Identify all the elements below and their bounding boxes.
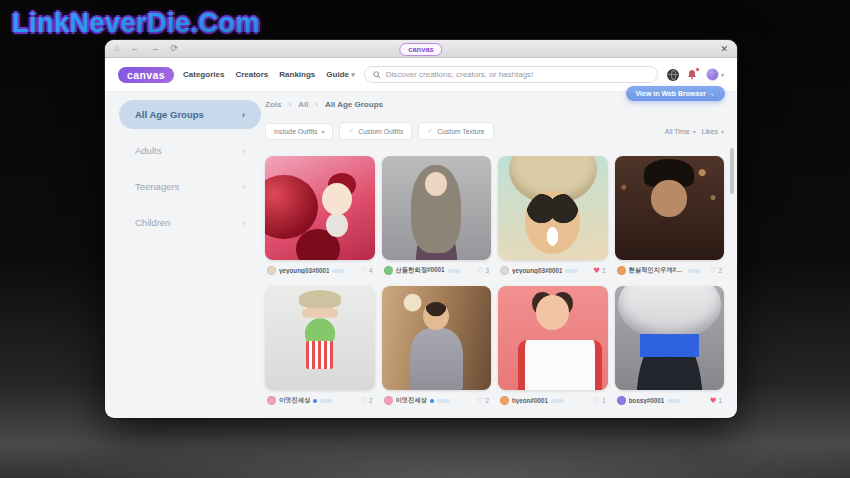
creator-avatar[interactable] — [384, 396, 393, 405]
breadcrumb: Zois › All › All Age Groups — [265, 100, 724, 109]
include-outfits-filter[interactable]: Include Outfits ▾ — [265, 123, 333, 140]
globe-icon[interactable] — [667, 69, 679, 81]
sort-dropdown[interactable]: Likes ▾ — [702, 128, 724, 135]
main-nav: Categories Creators Rankings Guide ▾ — [183, 70, 355, 79]
card-footer: yeyoung03#0001 ♥ 2 — [498, 263, 608, 278]
creation-thumbnail[interactable] — [265, 286, 375, 390]
time-range-dropdown[interactable]: All Time ▾ — [665, 128, 696, 135]
creator-username[interactable]: 산들한회정#0001 — [396, 266, 445, 275]
scrollbar-thumb[interactable] — [730, 148, 734, 194]
creator-username[interactable]: 이멋진세상 — [396, 396, 427, 405]
sidebar-item-teenagers[interactable]: Teenagers › — [119, 172, 261, 201]
nav-creators[interactable]: Creators — [235, 70, 268, 79]
creation-thumbnail[interactable] — [615, 286, 725, 390]
creator-username[interactable]: 이멋진세상 — [279, 396, 310, 405]
breadcrumb-current: All Age Groups — [325, 100, 383, 109]
creator-tag-badge — [565, 269, 578, 273]
creator-avatar[interactable] — [384, 266, 393, 275]
check-icon: ✓ — [427, 127, 433, 135]
card-footer: hyeon#0001 ♡ 1 — [498, 393, 608, 408]
like-button[interactable]: ♡ 2 — [477, 397, 489, 405]
creation-thumbnail[interactable] — [382, 156, 492, 260]
creation-thumbnail[interactable] — [498, 286, 608, 390]
nav-guide[interactable]: Guide ▾ — [326, 70, 354, 79]
creator-avatar[interactable] — [500, 266, 509, 275]
card-footer: 현실적인지우개#0001 ♡ 2 — [615, 263, 725, 278]
card-footer: bossy#0001 ♥ 1 — [615, 393, 725, 408]
creator-avatar[interactable] — [267, 396, 276, 405]
main-panel: Zois › All › All Age Groups Include Outf… — [265, 100, 724, 408]
card-grid: yeyoung03#0001 ♡ 4 산들한회정#0001 ♡ 3 yeyoun… — [265, 156, 724, 408]
heart-icon: ♡ — [360, 267, 367, 275]
forward-icon[interactable]: → — [150, 44, 159, 53]
heart-icon: ♡ — [477, 397, 484, 405]
reload-icon[interactable]: ⟳ — [170, 44, 178, 53]
creator-tag-badge — [332, 269, 345, 273]
chevron-down-icon: ▾ — [693, 128, 696, 135]
canvas-logo[interactable]: canvas — [118, 67, 174, 83]
custom-outfits-filter[interactable]: ✓ Custom Outfits — [339, 122, 412, 140]
creator-username[interactable]: yeyoung03#0001 — [279, 267, 329, 274]
creation-thumbnail[interactable] — [498, 156, 608, 260]
close-icon[interactable]: ✕ — [720, 44, 728, 54]
breadcrumb-separator: › — [315, 100, 318, 109]
creation-thumbnail[interactable] — [382, 286, 492, 390]
nav-categories[interactable]: Categories — [183, 70, 224, 79]
sidebar-item-children[interactable]: Children › — [119, 208, 261, 237]
breadcrumb-zois[interactable]: Zois — [265, 100, 281, 109]
creation-thumbnail[interactable] — [615, 156, 725, 260]
creator-username[interactable]: yeyoung03#0001 — [512, 267, 562, 274]
creator-username[interactable]: 현실적인지우개#0001 — [629, 266, 685, 275]
notification-bell-icon[interactable] — [687, 69, 698, 81]
breadcrumb-all[interactable]: All — [298, 100, 308, 109]
like-button[interactable]: ♡ 2 — [710, 267, 722, 275]
creation-card: bossy#0001 ♥ 1 — [615, 286, 725, 408]
like-button[interactable]: ♡ 4 — [360, 267, 372, 275]
creator-tag-badge — [667, 399, 680, 403]
nav-rankings[interactable]: Rankings — [279, 70, 315, 79]
creation-card: 현실적인지우개#0001 ♡ 2 — [615, 156, 725, 278]
chevron-right-icon: › — [242, 218, 245, 228]
creator-username[interactable]: bossy#0001 — [629, 397, 665, 404]
watermark-text: LinkNeverDie.Com — [12, 8, 260, 39]
like-count: 2 — [369, 397, 373, 404]
like-button[interactable]: ♥ 1 — [710, 397, 722, 405]
search-input[interactable] — [386, 70, 649, 79]
back-icon[interactable]: ← — [130, 44, 139, 53]
filter-bar: Include Outfits ▾ ✓ Custom Outfits ✓ Cus… — [265, 122, 724, 140]
chevron-down-icon: ▾ — [351, 71, 355, 78]
creator-avatar[interactable] — [617, 266, 626, 275]
like-button[interactable]: ♡ 3 — [477, 267, 489, 275]
card-footer: yeyoung03#0001 ♡ 4 — [265, 263, 375, 278]
chevron-right-icon: › — [242, 182, 245, 192]
sidebar-item-all-age-groups[interactable]: All Age Groups › — [119, 100, 261, 129]
like-count: 2 — [602, 267, 606, 274]
creation-thumbnail[interactable] — [265, 156, 375, 260]
custom-texture-filter[interactable]: ✓ Custom Texture — [418, 122, 493, 140]
creator-tag-badge — [551, 399, 564, 403]
search-bar[interactable] — [364, 66, 658, 83]
screen-background: LinkNeverDie.Com ⌂ ← → ⟳ canvas ✕ canvas… — [0, 0, 850, 478]
notification-badge — [695, 67, 700, 72]
sidebar: All Age Groups › Adults › Teenagers › Ch… — [119, 100, 261, 244]
profile-menu[interactable]: ▾ — [706, 68, 724, 81]
like-button[interactable]: ♡ 2 — [360, 397, 372, 405]
home-icon[interactable]: ⌂ — [114, 44, 119, 53]
creator-avatar[interactable] — [267, 266, 276, 275]
creation-card: 이멋진세상 ♡ 2 — [265, 286, 375, 408]
header-actions: ▾ — [667, 68, 724, 81]
like-button[interactable]: ♥ 2 — [593, 267, 605, 275]
creation-card: hyeon#0001 ♡ 1 — [498, 286, 608, 408]
chevron-down-icon: ▾ — [321, 128, 324, 135]
heart-icon: ♡ — [477, 267, 484, 275]
view-in-web-browser-button[interactable]: View in Web Browser → — [626, 86, 726, 101]
creation-card: yeyoung03#0001 ♡ 4 — [265, 156, 375, 278]
creator-avatar[interactable] — [617, 396, 626, 405]
like-button[interactable]: ♡ 1 — [593, 397, 605, 405]
like-count: 2 — [485, 397, 489, 404]
creator-tag-badge — [448, 269, 461, 273]
canvas-app-window: ⌂ ← → ⟳ canvas ✕ canvas Categories Creat… — [105, 40, 737, 418]
creator-avatar[interactable] — [500, 396, 509, 405]
sidebar-item-adults[interactable]: Adults › — [119, 136, 261, 165]
creator-username[interactable]: hyeon#0001 — [512, 397, 548, 404]
